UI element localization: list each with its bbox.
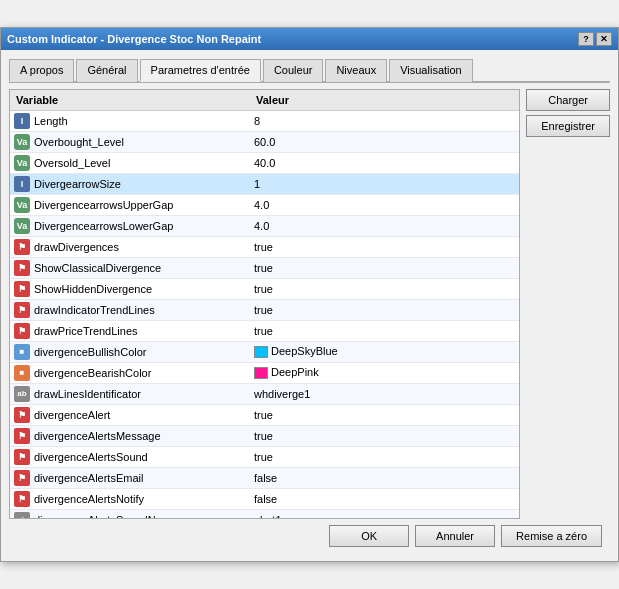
param-value: true	[250, 257, 519, 278]
table-row[interactable]: ⚑divergenceAlertsNotifyfalse	[10, 488, 519, 509]
table-row[interactable]: ⚑divergenceAlertsSoundtrue	[10, 446, 519, 467]
tab-visualisation[interactable]: Visualisation	[389, 59, 473, 82]
ab-icon: ab	[14, 512, 30, 520]
table-row[interactable]: ⚑drawDivergencestrue	[10, 236, 519, 257]
table-row[interactable]: ⚑drawPriceTrendLinestrue	[10, 320, 519, 341]
param-value: alert1.wav	[250, 509, 519, 519]
annuler-button[interactable]: Annuler	[415, 525, 495, 547]
param-value: whdiverge1	[250, 383, 519, 404]
flag-icon: ⚑	[14, 407, 30, 423]
window-title: Custom Indicator - Divergence Stoc Non R…	[7, 33, 261, 45]
table-row[interactable]: VaDivergencearrowsLowerGap4.0	[10, 215, 519, 236]
color-bullish-icon: ■	[14, 344, 30, 360]
param-name: ShowClassicalDivergence	[34, 262, 161, 274]
ab-icon: ab	[14, 386, 30, 402]
val-icon: Va	[14, 197, 30, 213]
col-variable: Variable	[10, 90, 250, 110]
param-name: drawDivergences	[34, 241, 119, 253]
color-swatch	[254, 346, 268, 358]
val-icon: Va	[14, 134, 30, 150]
table-row[interactable]: abdivergenceAlertsSoundNamealert1.wav	[10, 509, 519, 519]
table-row[interactable]: ⚑divergenceAlertsMessagetrue	[10, 425, 519, 446]
param-name: divergenceAlertsNotify	[34, 493, 144, 505]
close-button[interactable]: ✕	[596, 32, 612, 46]
table-row[interactable]: ILength8	[10, 110, 519, 131]
int-icon: I	[14, 113, 30, 129]
param-value: DeepPink	[250, 362, 519, 383]
charger-button[interactable]: Charger	[526, 89, 610, 111]
table-row[interactable]: VaDivergencearrowsUpperGap4.0	[10, 194, 519, 215]
table-row[interactable]: ■divergenceBearishColorDeepPink	[10, 362, 519, 383]
param-name: drawPriceTrendLines	[34, 325, 138, 337]
title-bar-buttons: ? ✕	[578, 32, 612, 46]
param-name: divergenceBullishColor	[34, 346, 147, 358]
param-value: false	[250, 488, 519, 509]
table-row[interactable]: VaOversold_Level40.0	[10, 152, 519, 173]
param-name: DivergencearrowsLowerGap	[34, 220, 173, 232]
table-row[interactable]: VaOverbought_Level60.0	[10, 131, 519, 152]
table-row[interactable]: ⚑divergenceAlerttrue	[10, 404, 519, 425]
param-name: drawIndicatorTrendLines	[34, 304, 155, 316]
param-value: true	[250, 404, 519, 425]
param-value: 60.0	[250, 131, 519, 152]
params-panel: Variable Valeur ILength8VaOverbought_Lev…	[9, 89, 520, 519]
params-table: Variable Valeur ILength8VaOverbought_Lev…	[10, 90, 519, 519]
table-row[interactable]: IDivergearrowSize1	[10, 173, 519, 194]
main-panel: Variable Valeur ILength8VaOverbought_Lev…	[9, 89, 610, 519]
main-window: Custom Indicator - Divergence Stoc Non R…	[0, 27, 619, 562]
flag-icon: ⚑	[14, 428, 30, 444]
tab-general[interactable]: Général	[76, 59, 137, 82]
table-row[interactable]: ⚑ShowHiddenDivergencetrue	[10, 278, 519, 299]
val-icon: Va	[14, 218, 30, 234]
param-value: false	[250, 467, 519, 488]
flag-icon: ⚑	[14, 302, 30, 318]
param-value: true	[250, 320, 519, 341]
param-name: divergenceAlertsMessage	[34, 430, 161, 442]
flag-icon: ⚑	[14, 239, 30, 255]
flag-icon: ⚑	[14, 449, 30, 465]
table-row[interactable]: ⚑ShowClassicalDivergencetrue	[10, 257, 519, 278]
tab-apropos[interactable]: A propos	[9, 59, 74, 82]
tab-niveaux[interactable]: Niveaux	[325, 59, 387, 82]
flag-icon: ⚑	[14, 260, 30, 276]
table-row[interactable]: ⚑drawIndicatorTrendLinestrue	[10, 299, 519, 320]
flag-icon: ⚑	[14, 491, 30, 507]
param-name: divergenceAlertsSound	[34, 451, 148, 463]
param-value: true	[250, 236, 519, 257]
title-bar: Custom Indicator - Divergence Stoc Non R…	[1, 28, 618, 50]
val-icon: Va	[14, 155, 30, 171]
tab-parametres[interactable]: Parametres d'entrée	[140, 59, 261, 82]
tab-couleur[interactable]: Couleur	[263, 59, 324, 82]
table-row[interactable]: ■divergenceBullishColorDeepSkyBlue	[10, 341, 519, 362]
table-row[interactable]: abdrawLinesIdentificatorwhdiverge1	[10, 383, 519, 404]
param-value: true	[250, 299, 519, 320]
param-name: divergenceAlertsSoundName	[34, 514, 177, 520]
param-name: divergenceAlertsEmail	[34, 472, 143, 484]
param-value: 8	[250, 110, 519, 131]
param-value: true	[250, 446, 519, 467]
param-name: Length	[34, 115, 68, 127]
help-button[interactable]: ?	[578, 32, 594, 46]
param-name: Oversold_Level	[34, 157, 110, 169]
remise-button[interactable]: Remise a zéro	[501, 525, 602, 547]
content-area: A propos Général Parametres d'entrée Cou…	[1, 50, 618, 561]
param-name: divergenceBearishColor	[34, 367, 151, 379]
bottom-buttons: OK Annuler Remise a zéro	[9, 519, 610, 553]
param-value: 40.0	[250, 152, 519, 173]
right-buttons: Charger Enregistrer	[526, 89, 610, 519]
enregistrer-button[interactable]: Enregistrer	[526, 115, 610, 137]
flag-icon: ⚑	[14, 470, 30, 486]
table-row[interactable]: ⚑divergenceAlertsEmailfalse	[10, 467, 519, 488]
flag-icon: ⚑	[14, 281, 30, 297]
param-name: ShowHiddenDivergence	[34, 283, 152, 295]
color-swatch	[254, 367, 268, 379]
param-name: Overbought_Level	[34, 136, 124, 148]
param-value: 4.0	[250, 215, 519, 236]
tab-bar: A propos Général Parametres d'entrée Cou…	[9, 58, 610, 83]
color-bearish-icon: ■	[14, 365, 30, 381]
ok-button[interactable]: OK	[329, 525, 409, 547]
param-name: divergenceAlert	[34, 409, 110, 421]
param-value: true	[250, 425, 519, 446]
flag-icon: ⚑	[14, 323, 30, 339]
param-value: true	[250, 278, 519, 299]
